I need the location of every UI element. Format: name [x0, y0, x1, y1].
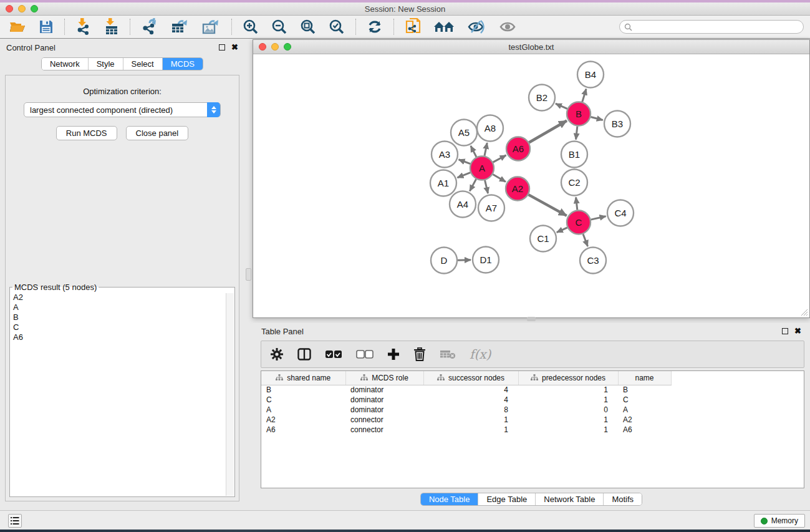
graph-edge-C-C1[interactable] [557, 228, 567, 233]
float-panel-icon[interactable] [219, 44, 225, 51]
table-row[interactable]: Bdominator41B [261, 385, 671, 395]
table-cell[interactable]: 1 [518, 395, 618, 405]
graph-edge-A-A6[interactable] [493, 155, 506, 162]
network-canvas[interactable]: B4B2BB3A8A5A6A3B1AC2A1A2A4A7C4CC1DD1C3 [253, 54, 809, 317]
run-mcds-button[interactable]: Run MCDS [56, 126, 117, 140]
zoom-fit-button[interactable] [296, 17, 320, 36]
graph-edge-A-A1[interactable] [457, 173, 470, 178]
table-cell[interactable]: 1 [518, 425, 618, 435]
graph-edge-B-B2[interactable] [556, 104, 567, 109]
clone-network-button[interactable] [401, 16, 425, 37]
close-panel-button[interactable]: Close panel [126, 126, 189, 140]
mcds-result-item[interactable]: B [13, 312, 234, 322]
first-neighbors-button[interactable] [430, 18, 458, 36]
table-cell[interactable]: 4 [423, 395, 518, 405]
graph-edge-B-B3[interactable] [591, 117, 602, 120]
optimization-dropdown[interactable]: largest connected component (directed) [24, 102, 221, 117]
resize-grip-icon[interactable] [800, 308, 808, 316]
result-scrollbar[interactable] [226, 293, 234, 496]
graph-edge-A-A3[interactable] [459, 160, 471, 164]
table-cell[interactable]: 1 [518, 385, 618, 395]
table-cell[interactable]: 1 [423, 415, 518, 425]
tab-select[interactable]: Select [123, 58, 162, 70]
column-header-successor-nodes[interactable]: successor nodes [423, 371, 518, 385]
table-cell[interactable]: 1 [518, 415, 618, 425]
table-tab-edge-table[interactable]: Edge Table [478, 493, 535, 505]
table-cell[interactable]: A6 [261, 425, 345, 435]
column-header-shared-name[interactable]: shared name [261, 371, 345, 385]
tab-network[interactable]: Network [42, 58, 88, 70]
column-selector-button[interactable] [297, 348, 311, 360]
save-session-button[interactable] [35, 18, 57, 36]
zoom-selected-button[interactable] [325, 17, 349, 36]
table-cell[interactable]: dominator [345, 395, 423, 405]
table-cell[interactable]: B [261, 385, 345, 395]
graph-edge-A-A7[interactable] [485, 180, 488, 193]
table-tab-network-table[interactable]: Network Table [535, 493, 603, 505]
export-table-button[interactable] [167, 17, 193, 37]
table-cell[interactable]: dominator [345, 405, 423, 415]
table-cell[interactable]: B [618, 385, 671, 395]
open-file-button[interactable] [5, 18, 30, 36]
main-titlebar[interactable]: Session: New Session [0, 2, 810, 16]
table-cell[interactable]: 8 [423, 405, 518, 415]
graph-edge-A-A2[interactable] [493, 175, 506, 182]
node-table[interactable]: shared nameMCDS rolesuccessor nodesprede… [261, 371, 672, 435]
memory-button[interactable]: Memory [754, 514, 805, 528]
graph-edge-C-C2[interactable] [576, 197, 577, 210]
tab-style[interactable]: Style [88, 58, 123, 70]
column-header-MCDS-role[interactable]: MCDS role [345, 371, 423, 385]
delete-table-button[interactable] [440, 349, 456, 360]
mcds-result-item[interactable]: A2 [13, 293, 234, 302]
show-all-button[interactable] [494, 18, 521, 36]
graph-edge-A-A8[interactable] [485, 143, 487, 156]
table-settings-button[interactable] [270, 347, 284, 361]
graph-edge-C-C3[interactable] [583, 234, 587, 246]
import-network-button[interactable] [72, 17, 95, 37]
graph-edge-B-B1[interactable] [576, 126, 577, 139]
close-table-panel-icon[interactable]: ✖ [794, 328, 801, 334]
zoom-in-button[interactable] [239, 17, 263, 36]
graph-edge-A6-B[interactable] [529, 120, 567, 142]
table-cell[interactable]: 0 [518, 405, 618, 415]
deselect-all-button[interactable] [356, 350, 374, 359]
graph-edge-A-A4[interactable] [470, 179, 476, 191]
column-header-name[interactable]: name [618, 371, 671, 385]
mcds-result-item[interactable]: C [13, 322, 234, 332]
graph-edge-B-B4[interactable] [582, 89, 586, 102]
task-history-button[interactable] [8, 514, 22, 528]
horizontal-splitter-grip[interactable] [527, 317, 536, 321]
mcds-result-list[interactable]: A2ABCA6 [10, 292, 234, 342]
table-cell[interactable]: C [618, 395, 671, 405]
graph-edge-A-A5[interactable] [471, 146, 476, 157]
export-network-button[interactable] [137, 17, 162, 37]
select-all-button[interactable] [325, 350, 342, 359]
table-cell[interactable]: connector [345, 415, 423, 425]
mcds-result-item[interactable]: A [13, 302, 234, 312]
mcds-result-item[interactable]: A6 [13, 332, 234, 342]
table-cell[interactable]: C [261, 395, 345, 405]
import-table-button[interactable] [100, 17, 123, 37]
close-panel-icon[interactable]: ✖ [231, 44, 238, 51]
graph-edge-A2-C[interactable] [529, 195, 567, 216]
search-input[interactable] [619, 20, 804, 34]
network-window-titlebar[interactable]: testGlobe.txt [253, 40, 809, 54]
delete-column-button[interactable] [413, 347, 426, 361]
table-tab-motifs[interactable]: Motifs [603, 493, 642, 505]
hide-selected-button[interactable] [463, 18, 489, 36]
tab-mcds[interactable]: MCDS [162, 58, 203, 70]
export-image-button[interactable] [198, 17, 224, 37]
column-header-predecessor-nodes[interactable]: predecessor nodes [518, 371, 618, 385]
table-cell[interactable]: A2 [261, 415, 345, 425]
table-cell[interactable]: 1 [423, 425, 518, 435]
table-tab-node-table[interactable]: Node Table [421, 493, 478, 505]
table-cell[interactable]: 4 [423, 385, 518, 395]
table-cell[interactable]: connector [345, 425, 423, 435]
table-row[interactable]: Adominator80A [261, 405, 671, 415]
table-row[interactable]: Cdominator41C [261, 395, 671, 405]
table-row[interactable]: A2connector11A2 [261, 415, 671, 425]
vertical-splitter-grip[interactable] [246, 268, 251, 281]
table-cell[interactable]: A2 [618, 415, 671, 425]
refresh-button[interactable] [363, 17, 387, 36]
table-cell[interactable]: A6 [618, 425, 671, 435]
